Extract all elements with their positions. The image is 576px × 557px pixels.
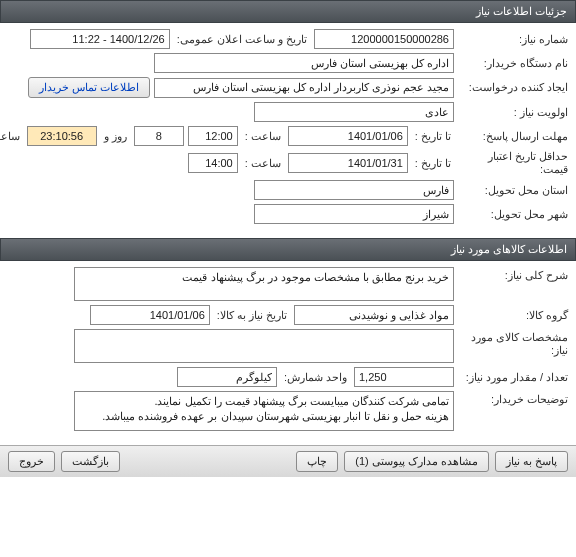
label-buyer-name: نام دستگاه خریدار: xyxy=(458,57,568,70)
label-need-number: شماره نیاز: xyxy=(458,33,568,46)
label-reply-deadline: مهلت ارسال پاسخ: xyxy=(458,130,568,143)
need-desc-field[interactable] xyxy=(74,267,454,301)
goods-info-form: شرح کلی نیاز: گروه کالا: تاریخ نیاز به ک… xyxy=(0,261,576,445)
goods-info-header: اطلاعات کالاهای مورد نیاز xyxy=(0,238,576,261)
exit-button[interactable]: خروج xyxy=(8,451,55,472)
goods-spec-field[interactable] xyxy=(74,329,454,363)
credit-time-field[interactable] xyxy=(188,153,238,173)
row-reply-deadline: مهلت ارسال پاسخ: تا تاریخ : ساعت : روز و… xyxy=(8,126,568,146)
back-button[interactable]: بازگشت xyxy=(61,451,120,472)
label-to-date-2: تا تاریخ : xyxy=(412,157,454,170)
announce-datetime-field[interactable] xyxy=(30,29,170,49)
label-province: استان محل تحویل: xyxy=(458,184,568,197)
time-left-field[interactable] xyxy=(27,126,97,146)
attachments-button[interactable]: مشاهده مدارک پیوستی (1) xyxy=(344,451,489,472)
priority-field[interactable] xyxy=(254,102,454,122)
need-number-field[interactable] xyxy=(314,29,454,49)
province-field[interactable] xyxy=(254,180,454,200)
days-left-field[interactable] xyxy=(134,126,184,146)
need-goods-date-field[interactable] xyxy=(90,305,210,325)
reply-time-field[interactable] xyxy=(188,126,238,146)
label-credit-date: حداقل تاریخ اعتبار قیمت: xyxy=(458,150,568,176)
label-unit: واحد شمارش: xyxy=(281,371,350,384)
label-priority: اولویت نیاز : xyxy=(458,106,568,119)
need-info-header: جزئیات اطلاعات نیاز xyxy=(0,0,576,23)
buyer-name-field[interactable] xyxy=(154,53,454,73)
label-need-desc: شرح کلی نیاز: xyxy=(458,267,568,282)
row-qty: تعداد / مقدار مورد نیاز: واحد شمارش: xyxy=(8,367,568,387)
row-request-creator: ایجاد کننده درخواست: اطلاعات تماس خریدار xyxy=(8,77,568,98)
row-credit-date: حداقل تاریخ اعتبار قیمت: تا تاریخ : ساعت… xyxy=(8,150,568,176)
label-request-creator: ایجاد کننده درخواست: xyxy=(458,81,568,94)
qty-field[interactable] xyxy=(354,367,454,387)
need-info-title: جزئیات اطلاعات نیاز xyxy=(476,5,567,17)
buyer-notes-field[interactable] xyxy=(74,391,454,431)
row-goods-spec: مشخصات کالای مورد نیاز: xyxy=(8,329,568,363)
goods-group-field[interactable] xyxy=(294,305,454,325)
row-goods-group: گروه کالا: تاریخ نیاز به کالا: xyxy=(8,305,568,325)
label-goods-group: گروه کالا: xyxy=(458,309,568,322)
label-time-1: ساعت : xyxy=(242,130,284,143)
label-qty: تعداد / مقدار مورد نیاز: xyxy=(458,371,568,384)
row-buyer-name: نام دستگاه خریدار: xyxy=(8,53,568,73)
reply-button[interactable]: پاسخ به نیاز xyxy=(495,451,568,472)
label-to-date-1: تا تاریخ : xyxy=(412,130,454,143)
label-city: شهر محل تحویل: xyxy=(458,208,568,221)
footer-bar: پاسخ به نیاز مشاهده مدارک پیوستی (1) چاپ… xyxy=(0,445,576,477)
need-info-form: شماره نیاز: تاریخ و ساعت اعلان عمومی: نا… xyxy=(0,23,576,238)
label-time-2: ساعت : xyxy=(242,157,284,170)
label-time-remaining: ساعت باقی مانده xyxy=(0,130,23,143)
credit-to-date-field[interactable] xyxy=(288,153,408,173)
label-goods-spec: مشخصات کالای مورد نیاز: xyxy=(458,329,568,357)
request-creator-field[interactable] xyxy=(154,78,454,98)
reply-to-date-field[interactable] xyxy=(288,126,408,146)
city-field[interactable] xyxy=(254,204,454,224)
row-province: استان محل تحویل: xyxy=(8,180,568,200)
row-need-desc: شرح کلی نیاز: xyxy=(8,267,568,301)
label-buyer-notes: توضیحات خریدار: xyxy=(458,391,568,406)
row-city: شهر محل تحویل: xyxy=(8,204,568,224)
print-button[interactable]: چاپ xyxy=(296,451,338,472)
row-priority: اولویت نیاز : xyxy=(8,102,568,122)
label-days-and: روز و xyxy=(101,130,130,143)
row-need-number: شماره نیاز: تاریخ و ساعت اعلان عمومی: xyxy=(8,29,568,49)
label-announce-datetime: تاریخ و ساعت اعلان عمومی: xyxy=(174,33,310,46)
label-need-goods-date: تاریخ نیاز به کالا: xyxy=(214,309,290,322)
row-buyer-notes: توضیحات خریدار: xyxy=(8,391,568,431)
unit-field[interactable] xyxy=(177,367,277,387)
buyer-contact-button[interactable]: اطلاعات تماس خریدار xyxy=(28,77,150,98)
goods-info-title: اطلاعات کالاهای مورد نیاز xyxy=(451,243,567,255)
